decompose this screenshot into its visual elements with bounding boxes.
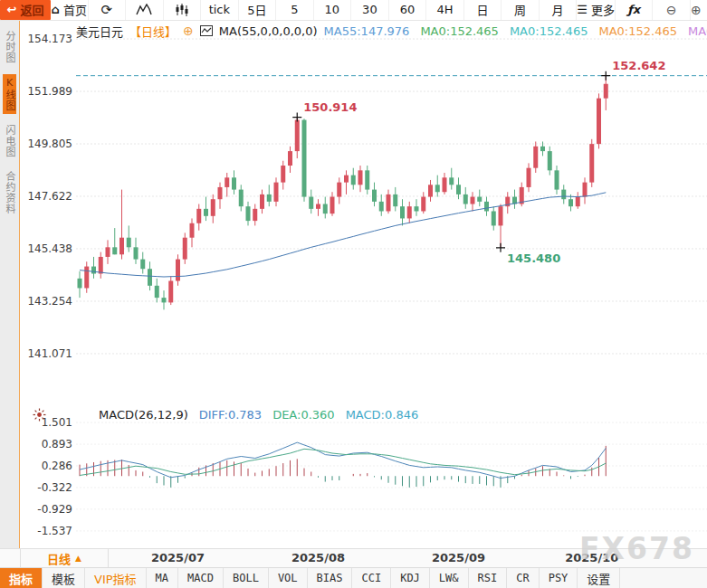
tab-模板[interactable]: 模板 bbox=[43, 568, 85, 588]
svg-text:145.438: 145.438 bbox=[27, 242, 72, 255]
period-button-5[interactable]: 5 bbox=[276, 0, 314, 20]
svg-text:143.254: 143.254 bbox=[27, 295, 72, 308]
svg-text:0.893: 0.893 bbox=[42, 438, 72, 450]
svg-text:149.805: 149.805 bbox=[27, 138, 72, 150]
tab-kdj[interactable]: KDJ bbox=[391, 568, 430, 588]
tab-macd[interactable]: MACD bbox=[178, 568, 224, 588]
x-axis-label-2025/07: 2025/07 bbox=[151, 551, 205, 564]
home-button[interactable]: ⌂ 首页 bbox=[51, 0, 89, 20]
period-selector-label: 日线 bbox=[47, 550, 71, 567]
x-axis-label-2025/10: 2025/10 bbox=[565, 551, 618, 564]
area-chart-type-button[interactable] bbox=[126, 0, 164, 20]
candlestick-chart-canvas[interactable]: 154.173151.989149.805147.622145.438143.2… bbox=[20, 34, 707, 548]
macd-dea-value: DEA:0.360 bbox=[272, 408, 335, 422]
period-selector-dropdown[interactable]: 日线 ▲ bbox=[20, 549, 109, 567]
macd-diff-value: DIFF:0.783 bbox=[199, 408, 262, 422]
tab-boll[interactable]: BOLL bbox=[224, 568, 269, 588]
back-arrow-icon: ↩ bbox=[7, 3, 17, 16]
period-button-周[interactable]: 周 bbox=[502, 0, 540, 20]
x-axis-label-2025/08: 2025/08 bbox=[291, 551, 345, 564]
period-button-60[interactable]: 60 bbox=[389, 0, 427, 20]
zoom-out-button[interactable]: ⊖ bbox=[653, 0, 691, 20]
sidebar-item-合约资料[interactable]: 合约资料 bbox=[3, 168, 16, 217]
triangle-up-icon: ▲ bbox=[75, 554, 81, 563]
tab-cr[interactable]: CR bbox=[507, 568, 539, 588]
candlestick-type-button[interactable] bbox=[164, 0, 202, 20]
tick-label: tick bbox=[209, 3, 230, 16]
tab-ma[interactable]: MA bbox=[147, 568, 178, 588]
svg-text:154.173: 154.173 bbox=[27, 34, 72, 45]
back-button[interactable]: ↩ 返回 bbox=[0, 0, 51, 20]
svg-text:-0.322: -0.322 bbox=[37, 481, 72, 494]
svg-text:-1.537: -1.537 bbox=[37, 525, 72, 537]
main-row: 分时图K线图闪电图合约资料 美元日元 【日线】 ⊕ MA(55,0,0,0,0,… bbox=[0, 21, 707, 548]
period-button-月[interactable]: 月 bbox=[540, 0, 578, 20]
svg-text:150.914: 150.914 bbox=[303, 100, 357, 113]
tab-bias[interactable]: BIAS bbox=[308, 568, 353, 588]
tab-设置[interactable]: 设置 bbox=[578, 568, 620, 588]
menu-icon: ☰ bbox=[577, 3, 588, 16]
period-button-4H[interactable]: 4H bbox=[426, 0, 464, 20]
period-button-日[interactable]: 日 bbox=[464, 0, 502, 20]
sidebar-item-分时图[interactable]: 分时图 bbox=[3, 28, 16, 66]
tab-cci[interactable]: CCI bbox=[352, 568, 391, 588]
tab-lw&[interactable]: LW& bbox=[430, 568, 469, 588]
svg-text:147.622: 147.622 bbox=[27, 190, 72, 203]
zoom-in-icon: ⊕ bbox=[691, 3, 702, 17]
candlestick-icon bbox=[175, 4, 189, 16]
more-label: 更多 bbox=[591, 1, 615, 18]
period-button-30[interactable]: 30 bbox=[351, 0, 389, 20]
zoom-out-icon: ⊖ bbox=[666, 3, 677, 17]
fx-icon: ƒx bbox=[627, 3, 640, 16]
tab-vip指标[interactable]: VIP指标 bbox=[85, 568, 147, 588]
home-icon: ⌂ bbox=[52, 3, 60, 16]
period-button-10[interactable]: 10 bbox=[314, 0, 352, 20]
indicator-tabbar: 指标模板VIP指标MAMACDBOLLVOLBIASCCIKDJLW&RSICR… bbox=[0, 567, 707, 588]
back-label: 返回 bbox=[20, 1, 43, 18]
area-chart-icon bbox=[136, 4, 152, 15]
tab-psy[interactable]: PSY bbox=[540, 568, 578, 588]
chart-area: 美元日元 【日线】 ⊕ MA(55,0,0,0,0,0) MA55:147.97… bbox=[20, 21, 707, 548]
indicator-settings-icon[interactable] bbox=[33, 408, 46, 422]
more-button[interactable]: ☰ 更多 bbox=[577, 0, 616, 20]
zoom-in-button[interactable]: ⊕ bbox=[691, 0, 707, 20]
sidebar-item-K线图[interactable]: K线图 bbox=[3, 74, 16, 114]
formula-button[interactable]: ƒx bbox=[616, 0, 654, 20]
svg-text:151.989: 151.989 bbox=[27, 85, 72, 98]
x-axis-strip: 日线 ▲ 2025/072025/082025/092025/10 bbox=[0, 548, 707, 567]
macd-macd-value: MACD:0.846 bbox=[346, 408, 419, 422]
x-axis-label-2025/09: 2025/09 bbox=[432, 551, 485, 564]
tab-vol[interactable]: VOL bbox=[269, 568, 308, 588]
svg-text:145.480: 145.480 bbox=[507, 251, 560, 265]
period-button-5日[interactable]: 5日 bbox=[239, 0, 277, 20]
svg-text:141.071: 141.071 bbox=[27, 347, 72, 360]
fx678-chart-app: ↩ 返回 ⌂ 首页 ⟳ tick 5日51030604H日周月 ☰ bbox=[0, 0, 707, 588]
macd-formula: MACD(26,12,9) bbox=[99, 408, 188, 422]
svg-text:152.642: 152.642 bbox=[612, 59, 665, 72]
refresh-icon: ⟳ bbox=[100, 2, 112, 18]
tab-rsi[interactable]: RSI bbox=[469, 568, 508, 588]
refresh-button[interactable]: ⟳ bbox=[89, 0, 127, 20]
tab-指标[interactable]: 指标 bbox=[0, 568, 43, 588]
macd-header: MACD(26,12,9) DIFF:0.783 DEA:0.360 MACD:… bbox=[20, 406, 418, 424]
left-sidebar: 分时图K线图闪电图合约资料 bbox=[0, 21, 20, 548]
svg-text:-0.929: -0.929 bbox=[37, 503, 72, 516]
svg-text:0.286: 0.286 bbox=[42, 460, 72, 472]
home-label: 首页 bbox=[63, 1, 87, 18]
top-toolbar: ↩ 返回 ⌂ 首页 ⟳ tick 5日51030604H日周月 ☰ bbox=[0, 0, 707, 21]
tick-period-button[interactable]: tick bbox=[201, 0, 239, 20]
sidebar-item-闪电图[interactable]: 闪电图 bbox=[3, 122, 16, 160]
